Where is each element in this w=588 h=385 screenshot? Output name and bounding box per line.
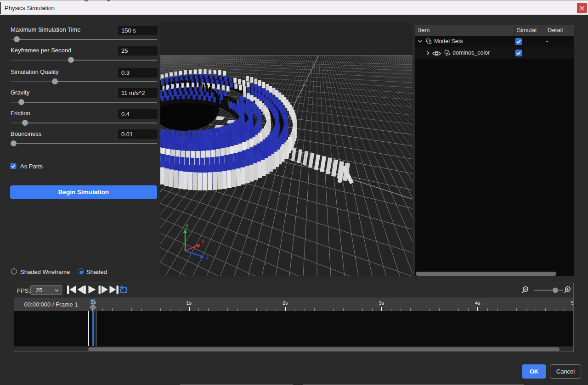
svg-text:x: x: [202, 238, 204, 244]
svg-text:z: z: [206, 254, 209, 260]
svg-text:y: y: [186, 222, 188, 229]
